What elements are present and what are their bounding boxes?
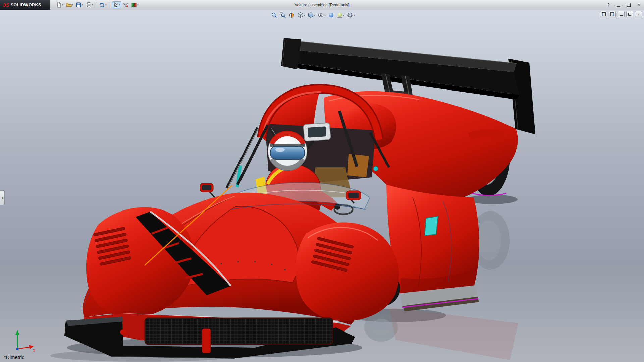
- restore-icon: [628, 13, 631, 16]
- solidworks-brand-text: SOLIDWORKS: [11, 3, 41, 7]
- heads-up-view-toolbar: ▾ ▾ ▾ ▾ ▾: [270, 11, 356, 19]
- save-button[interactable]: ▾: [75, 1, 84, 8]
- panel-left-icon: [602, 12, 606, 16]
- edit-appearance-icon: [328, 12, 334, 18]
- display-style-button[interactable]: ▾: [307, 11, 316, 19]
- open-button[interactable]: ▾: [65, 1, 74, 8]
- nose-pylon: [202, 329, 211, 353]
- minimize-icon: [617, 6, 620, 7]
- hide-show-items-button[interactable]: ▾: [317, 11, 326, 19]
- dropdown-caret-icon[interactable]: ▾: [92, 4, 93, 6]
- dropdown-caret-icon[interactable]: ▾: [62, 4, 63, 6]
- close-button[interactable]: ×: [635, 2, 643, 8]
- dropdown-caret-icon[interactable]: ▾: [324, 14, 326, 16]
- dropdown-caret-icon[interactable]: ▾: [105, 4, 107, 6]
- print-button[interactable]: ▾: [85, 1, 94, 8]
- minimize-icon: [620, 15, 623, 16]
- section-view-button[interactable]: [288, 11, 296, 19]
- dropdown-caret-icon[interactable]: ▾: [119, 4, 120, 6]
- main-toolbar: ▾ ▾ ▾ ▾ ▾ ▾ ▾: [50, 1, 140, 8]
- doc-minimize-button[interactable]: [618, 11, 625, 17]
- appearance-swatch-button[interactable]: ▾: [130, 1, 140, 8]
- feature-manager-toggle-button[interactable]: [600, 11, 607, 17]
- view-orientation-label: *Dimetric: [4, 354, 24, 360]
- new-document-button[interactable]: ▾: [55, 1, 64, 8]
- apply-scene-button[interactable]: ▾: [336, 11, 345, 19]
- driver-helmet: [268, 131, 307, 171]
- zoom-to-fit-icon: [271, 12, 277, 18]
- maximize-icon: [627, 3, 631, 7]
- doc-restore-button[interactable]: [626, 11, 633, 17]
- radiator-grille: [145, 318, 333, 344]
- appearance-swatch-icon: [131, 2, 137, 8]
- dropdown-caret-icon[interactable]: ▾: [343, 14, 345, 16]
- zoom-to-area-button[interactable]: [279, 11, 287, 19]
- dropdown-caret-icon[interactable]: ▾: [82, 4, 83, 6]
- select-button[interactable]: ▾: [112, 1, 121, 8]
- undo-arrow-icon: [99, 2, 105, 8]
- title-bar: ЗS SOLIDWORKS ▾ ▾ ▾ ▾ ▾ ▾: [0, 0, 644, 10]
- zoom-to-fit-button[interactable]: [270, 11, 278, 19]
- minimize-button[interactable]: [614, 2, 623, 8]
- edit-appearance-button[interactable]: [327, 11, 335, 19]
- undo-button[interactable]: ▾: [98, 1, 108, 8]
- dropdown-caret-icon[interactable]: ▾: [354, 14, 355, 16]
- display-style-icon: [308, 12, 314, 18]
- solidworks-logo: ЗS SOLIDWORKS: [0, 0, 50, 10]
- select-cursor-icon: [113, 2, 119, 8]
- doc-close-button[interactable]: ×: [635, 11, 642, 17]
- view-orientation-icon: [297, 12, 304, 18]
- dropdown-caret-icon[interactable]: ▾: [137, 4, 139, 6]
- open-folder-icon: [66, 2, 72, 8]
- helmet-visor: [270, 146, 305, 159]
- save-floppy-icon: [76, 2, 82, 8]
- selection-filter-icon: [123, 2, 128, 8]
- view-settings-button[interactable]: ▾: [346, 11, 356, 19]
- zoom-to-area-icon: [280, 12, 286, 18]
- window-title: Voiture assemblee [Read-only]: [294, 0, 349, 10]
- task-pane-toggle-button[interactable]: [609, 11, 616, 17]
- help-button[interactable]: ?: [604, 2, 612, 8]
- section-view-icon: [288, 12, 295, 18]
- selection-filter-button[interactable]: [122, 1, 129, 8]
- view-settings-icon: [347, 12, 353, 18]
- apply-scene-icon: [337, 12, 343, 18]
- maximize-button[interactable]: [625, 2, 633, 8]
- teal-fitting: [373, 166, 378, 171]
- solidworks-logo-mark-icon: ЗS: [3, 2, 9, 8]
- side-window: [425, 216, 438, 236]
- intake-box: [303, 123, 330, 141]
- dropdown-caret-icon[interactable]: ▾: [314, 14, 316, 16]
- triad-x-label: x: [33, 348, 35, 353]
- 3d-scene[interactable]: x: [0, 10, 644, 362]
- new-document-icon: [56, 2, 62, 8]
- hide-show-items-icon: [318, 12, 324, 18]
- dropdown-caret-icon[interactable]: ▾: [72, 4, 73, 6]
- window-controls: ? ×: [604, 0, 643, 10]
- document-window-controls: ×: [600, 11, 642, 17]
- panel-right-icon: [610, 12, 614, 16]
- dropdown-caret-icon[interactable]: ▾: [304, 14, 305, 16]
- toolbar-separator: [96, 2, 96, 8]
- toolbar-separator: [110, 2, 110, 8]
- graphics-viewport[interactable]: x ▾ ▾ ▾ ▾ ▾: [0, 10, 644, 362]
- collapsed-panel-tab[interactable]: ◀: [0, 190, 5, 205]
- printer-icon: [86, 2, 92, 8]
- view-orientation-button[interactable]: ▾: [297, 11, 306, 19]
